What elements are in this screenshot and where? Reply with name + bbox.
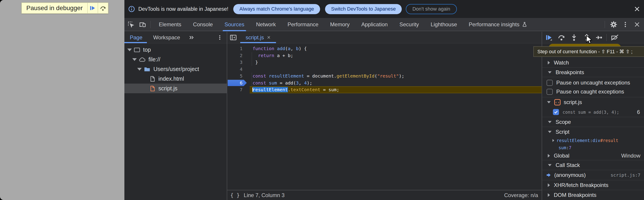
code-line-1[interactable]: function add(a, b) { <box>250 45 542 52</box>
watch-section-header[interactable]: Watch <box>542 58 644 68</box>
more-tabs-button[interactable] <box>187 32 196 43</box>
checkbox-unchecked[interactable] <box>546 80 553 86</box>
paused-in-debugger-label: Paused in debugger <box>22 3 87 13</box>
step-button[interactable] <box>594 32 605 43</box>
expanded-arrow-icon <box>548 131 552 133</box>
navigator-tab-page[interactable]: Page <box>124 32 148 43</box>
paused-code-line-7[interactable]: resultElement.textContent = sum; <box>250 86 542 93</box>
resume-icon <box>89 5 96 11</box>
resume-script-button[interactable] <box>543 32 555 43</box>
dont-show-again-button[interactable]: Don't show again <box>406 4 457 14</box>
tab-lighthouse[interactable]: Lighthouse <box>425 18 463 31</box>
tab-sources[interactable]: Sources <box>219 18 250 31</box>
tab-network[interactable]: Network <box>250 18 282 31</box>
code-line-2[interactable]: return a + b; <box>250 52 542 59</box>
notification-close-button[interactable] <box>634 5 640 12</box>
line-number-1[interactable]: 1 <box>227 45 248 52</box>
deactivate-breakpoints-icon <box>611 33 619 41</box>
close-tab-icon[interactable]: × <box>267 34 270 41</box>
breakpoint-entry[interactable]: const sum = add(3, 4); 6 <box>542 107 644 117</box>
document-icon <box>149 76 156 82</box>
code-line-4[interactable] <box>250 66 542 73</box>
code-line-3[interactable]: } <box>250 59 542 66</box>
tab-performance-insights[interactable]: Performance insights <box>463 18 533 31</box>
pretty-print-icon[interactable]: { } <box>230 192 240 198</box>
code-line-6[interactable]: const sum = add(3, 4); <box>250 80 542 86</box>
step-icon <box>595 33 603 41</box>
dom-breakpoints-section-header[interactable]: DOM Breakpoints <box>542 190 644 200</box>
cloud-icon <box>138 56 146 63</box>
editor-tab-script-js[interactable]: script.js × <box>240 32 276 43</box>
step-into-button[interactable] <box>568 32 580 43</box>
checkbox-checked[interactable] <box>553 109 559 115</box>
breakpoint-marker-line-6[interactable]: 6 <box>227 80 248 86</box>
scope-script-group[interactable]: Script <box>542 127 644 137</box>
tab-memory[interactable]: Memory <box>324 18 356 31</box>
line-number-5[interactable]: 5 <box>227 73 248 80</box>
scope-var-sum[interactable]: sum: 7 <box>542 144 644 151</box>
step-over-overlay-button[interactable] <box>98 3 108 13</box>
match-chrome-language-button[interactable]: Always match Chrome's language <box>233 4 320 14</box>
editor-statusbar: { } Line 7, Column 3 Coverage: n/a <box>227 190 542 200</box>
toggle-device-toolbar-button[interactable] <box>138 19 148 30</box>
navigator-tab-workspace[interactable]: Workspace <box>148 32 186 43</box>
expand-arrow-icon[interactable] <box>127 48 132 51</box>
scope-section-header[interactable]: Scope <box>542 117 644 127</box>
checkbox-unchecked[interactable] <box>546 89 553 95</box>
inspect-cursor-icon <box>127 21 135 28</box>
deactivate-breakpoints-button[interactable] <box>609 32 620 43</box>
tab-performance[interactable]: Performance <box>282 18 324 31</box>
collapsed-arrow-icon <box>552 139 554 142</box>
settings-button[interactable] <box>608 19 619 30</box>
tree-item-project-folder[interactable]: Users/user/project <box>124 64 227 74</box>
close-icon <box>634 21 640 28</box>
tab-console[interactable]: Console <box>187 18 219 31</box>
inspect-element-button[interactable] <box>126 19 136 30</box>
navigator-more-button[interactable] <box>217 35 223 40</box>
global-value: Window <box>621 153 640 159</box>
collapsed-arrow-icon <box>548 61 550 64</box>
line-number-3[interactable]: 3 <box>227 59 248 66</box>
step-over-icon <box>558 33 566 41</box>
devtools-close-button[interactable] <box>632 19 642 30</box>
resume-icon <box>545 33 553 41</box>
navigator-toolbar: Page Workspace <box>124 32 227 43</box>
scope-global-group[interactable]: Global Window <box>542 151 644 160</box>
tree-item-index-html[interactable]: index.html <box>124 74 227 84</box>
call-stack-section-header[interactable]: Call Stack <box>542 160 644 170</box>
scope-var-resultelement[interactable]: resultElement: div#result <box>542 137 644 144</box>
breakpoint-file-group[interactable]: ‹› script.js <box>542 97 644 107</box>
line-number-7[interactable]: 7 <box>227 86 248 93</box>
current-frame-arrow-icon <box>546 172 552 178</box>
xhr-breakpoints-section-header[interactable]: XHR/fetch Breakpoints <box>542 180 644 190</box>
breakpoints-section-header[interactable]: Breakpoints <box>542 68 644 77</box>
pause-uncaught-row[interactable]: Pause on uncaught exceptions <box>542 78 644 87</box>
tab-application[interactable]: Application <box>356 18 394 31</box>
expanded-arrow-icon <box>548 164 552 166</box>
tree-item-top[interactable]: top <box>124 45 227 55</box>
code-line-5[interactable]: const resultElement = document.getElemen… <box>250 73 542 80</box>
script-file-badge-icon: ‹› <box>554 99 560 105</box>
more-options-button[interactable] <box>620 19 630 30</box>
switch-devtools-japanese-button[interactable]: Switch DevTools to Japanese <box>325 4 402 14</box>
step-into-icon <box>570 33 578 41</box>
expand-arrow-icon[interactable] <box>137 68 142 71</box>
line-number-2[interactable]: 2 <box>227 52 248 59</box>
expand-arrow-icon[interactable] <box>132 58 137 61</box>
tree-item-script-js[interactable]: script.js <box>124 84 227 93</box>
tab-security[interactable]: Security <box>394 18 425 31</box>
collapsed-arrow-icon <box>548 183 550 187</box>
tree-item-file-origin[interactable]: file:// <box>124 55 227 64</box>
breakpoint-line-number: 6 <box>637 109 640 115</box>
step-over-button[interactable] <box>556 32 567 43</box>
tab-elements[interactable]: Elements <box>153 18 187 31</box>
browser-page-background: Paused in debugger <box>0 0 124 200</box>
code-editor[interactable]: 1234567 function add(a, b) { return a + … <box>227 43 542 190</box>
resume-script-overlay-button[interactable] <box>87 3 98 13</box>
step-out-tooltip: Step out of current function - ⇧ F11 - ⌘… <box>533 46 644 57</box>
call-stack-frame[interactable]: (anonymous) script.js:7 <box>542 170 644 180</box>
pause-caught-row[interactable]: Pause on caught exceptions <box>542 87 644 96</box>
collapse-sidebar-button[interactable] <box>230 34 237 41</box>
line-number-4[interactable]: 4 <box>227 66 248 73</box>
notification-bar: DevTools is now available in Japanese! A… <box>124 0 644 18</box>
